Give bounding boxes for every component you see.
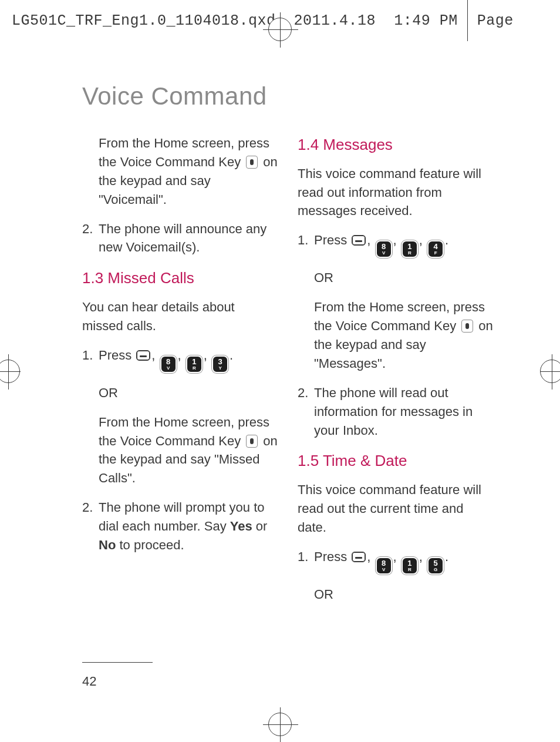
or-label: OR [82, 384, 278, 402]
keypad-5-icon: 5G [427, 557, 444, 575]
or-label: OR [298, 268, 493, 287]
section-1-5-step-1: 1. Press , 8V, 1R, 5G. [298, 548, 493, 575]
step-number: 2. [82, 220, 99, 257]
print-header: LG501C_TRF_Eng1.0_1104018.qxd 2011.4.18 … [0, 0, 560, 41]
soft-key-icon [136, 350, 150, 361]
footer-rule [82, 662, 153, 663]
keypad-4-icon: 4F [427, 240, 444, 258]
section-1-4-step-1: 1. Press , 8V, 1R, 4F. [298, 231, 493, 258]
keypad-1-icon: 1R [186, 355, 203, 373]
left-column: From the Home screen, press the Voice Co… [82, 134, 278, 615]
header-separator [467, 0, 468, 41]
keypad-8-icon: 8V [376, 557, 392, 575]
step-text: Press , 8V, 1R, 5G. [314, 548, 493, 575]
voice-command-key-icon [246, 156, 258, 169]
registration-mark-left [0, 360, 20, 383]
section-1-4-heading: 1.4 Messages [298, 134, 493, 156]
content-columns: From the Home screen, press the Voice Co… [82, 134, 493, 615]
step-number: 1. [298, 548, 314, 575]
section-1-3-step-1: 1. Press , 8V, 1R, 3Y. [82, 346, 278, 373]
section-1-4-desc: This voice command feature will read out… [298, 164, 493, 221]
page-number: 42 [82, 674, 96, 689]
header-filename: LG501C_TRF_Eng1.0_1104018.qxd [12, 12, 276, 29]
section-1-3-heading: 1.3 Missed Calls [82, 267, 278, 290]
header-time: 1:49 PM [394, 12, 458, 29]
text: From the Home screen, press the Voice Co… [99, 415, 269, 448]
section-1-3-step-2: 2. The phone will prompt you to dial eac… [82, 498, 278, 555]
page-title: Voice Command [82, 82, 493, 110]
step-text: The phone will announce any new Voicemai… [99, 220, 278, 257]
voice-command-key-icon [461, 320, 473, 333]
step-text: The phone will read out information for … [314, 384, 493, 440]
keypad-8-icon: 8V [376, 240, 392, 258]
registration-mark-bottom [268, 713, 292, 736]
keypad-8-icon: 8V [160, 355, 177, 373]
right-column: 1.4 Messages This voice command feature … [298, 134, 493, 615]
no-label: No [99, 538, 116, 552]
section-1-3-alt: From the Home screen, press the Voice Co… [82, 413, 278, 488]
voicemail-intro: From the Home screen, press the Voice Co… [82, 134, 278, 209]
step-number: 2. [82, 498, 99, 555]
soft-key-icon [352, 235, 366, 246]
step-number: 2. [298, 384, 314, 440]
step-text: Press , 8V, 1R, 3Y. [99, 346, 278, 373]
page-body: Voice Command From the Home screen, pres… [82, 82, 493, 695]
step-text: Press , 8V, 1R, 4F. [314, 231, 493, 258]
or-label: OR [298, 585, 493, 604]
registration-mark-right [540, 360, 560, 383]
soft-key-icon [352, 552, 366, 562]
section-1-4-alt: From the Home screen, press the Voice Co… [298, 298, 493, 373]
text: From the Home screen, press the Voice Co… [99, 136, 269, 169]
keypad-1-icon: 1R [402, 240, 418, 258]
step-number: 1. [82, 346, 99, 373]
section-1-4-step-2: 2. The phone will read out information f… [298, 384, 493, 440]
section-1-3-desc: You can hear details about missed calls. [82, 298, 278, 335]
voicemail-step-2: 2. The phone will announce any new Voice… [82, 220, 278, 257]
keypad-3-icon: 3Y [212, 355, 228, 373]
step-text: The phone will prompt you to dial each n… [99, 498, 278, 555]
step-number: 1. [298, 231, 314, 258]
header-date: 2011.4.18 [294, 12, 376, 29]
header-page-label: Page [477, 12, 514, 29]
text: From the Home screen, press the Voice Co… [314, 300, 485, 333]
yes-label: Yes [230, 519, 252, 533]
section-1-5-heading: 1.5 Time & Date [298, 450, 493, 472]
voice-command-key-icon [246, 435, 258, 448]
section-1-5-desc: This voice command feature will read out… [298, 481, 493, 537]
keypad-1-icon: 1R [402, 557, 418, 575]
